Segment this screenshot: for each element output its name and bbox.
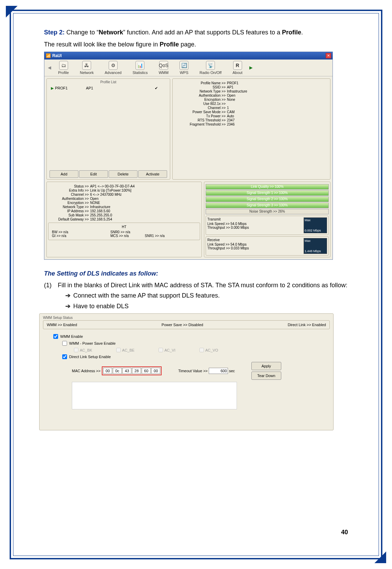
tab-profile[interactable]: 🗂Profile [53,61,74,75]
receive-panel: Receive Link Speed >> 54.0 Mbps Throughp… [206,236,329,256]
raui-title-text: 📶 RaUI [46,53,62,58]
signal-panel: Link Quality >> 100% Signal Strength 1 >… [204,182,330,257]
apply-button[interactable]: Apply [251,362,281,370]
ac-vi[interactable]: AC_VI [159,348,175,352]
mac-0[interactable] [103,368,112,374]
wmm-status-row: WMM >> Enabled Power Save >> Disabled Di… [43,320,330,329]
tx-graph: Max0.002 Mbps [304,217,327,233]
wmm-ps-checkbox[interactable]: WMM - Power Save Enable [62,341,330,346]
wmm-enable-checkbox[interactable]: WMM Enable [53,334,330,339]
profile-list-panel: Profile List ▶ PROF1 AP1 ✔ Add Edit Dele… [46,78,170,180]
edit-button[interactable]: Edit [79,170,108,178]
dls-heading: The Setting of DLS indicates as follow: [44,270,348,277]
signal-icon: ✔ [155,86,158,90]
page-number: 40 [341,529,348,536]
mac-2[interactable] [122,368,131,374]
nav-next-icon[interactable]: ► [248,62,254,74]
profile-row[interactable]: ▶ PROF1 AP1 ✔ [50,85,167,91]
ac-vo[interactable]: AC_VO [199,348,218,352]
raui-titlebar: 📶 RaUI ✕ [44,52,333,60]
step2-line1: Step 2: Change to “Network” function. An… [44,28,348,37]
add-button[interactable]: Add [50,170,78,178]
dls-table [72,382,237,409]
tab-statistics[interactable]: 📊Statistics [127,61,153,75]
tab-about[interactable]: RAbout [227,61,248,75]
mac-4[interactable] [142,368,151,374]
profile-details-panel: Profile Name >>PROF1 SSID >>AP1 Network … [172,78,330,180]
signal1-bar: Signal Strength 1 >> 100% [206,190,329,196]
ac-be[interactable]: AC_BE [116,348,134,352]
close-icon[interactable]: ✕ [326,53,331,58]
delete-button[interactable]: Delete [109,170,138,178]
noise-bar: Noise Strength >> 26% [206,209,329,214]
ac-options: AC_BK AC_BE AC_VI AC_VO [74,348,330,352]
wmm-panel: WMM Setup Status WMM >> Enabled Power Sa… [39,313,334,430]
signal2-bar: Signal Strength 2 >> 100% [206,196,329,202]
dls-item-1: (1) Fill in the blanks of Direct Link wi… [44,280,348,291]
tab-network[interactable]: 🖧Network [74,61,99,75]
activate-button[interactable]: Activate [138,170,167,178]
dls-enable-checkbox[interactable]: Direct Link Setup Enable [62,354,330,359]
link-status-panel: Status >>AP1 <--> 00-03-7F-00-D7-A4 Extr… [46,182,202,257]
arrow-icon: ➔ [65,290,70,301]
mac-label: MAC Address >> [72,369,100,373]
nav-prev-icon[interactable]: ◄ [46,62,53,74]
dls-sub1: ➔Connect with the same AP that support D… [65,290,348,301]
teardown-button[interactable]: Tear Down [251,372,281,380]
tab-wmm[interactable]: QoSWMM [153,61,174,75]
signal3-bar: Signal Strength 3 >> 100% [206,203,329,208]
mac-5[interactable] [151,368,160,374]
mac-3[interactable] [132,368,141,374]
ac-bk[interactable]: AC_BK [74,348,92,352]
rx-graph: Max1.448 Mbps [304,238,327,254]
tab-advanced[interactable]: ⚙Advanced [99,61,127,75]
link-quality-bar: Link Quality >> 100% [206,184,329,190]
arrow-icon: ➔ [65,301,70,312]
timeout-group: Timeout Value >> sec [178,368,235,374]
transmit-panel: Transmit Link Speed >> 54.0 Mbps Through… [206,216,329,235]
step2-line2: The result will look like the below figu… [44,40,348,50]
ht-panel: HT BW >> n/aSNR0 >> n/a GI >> n/aMCS >> … [48,223,200,240]
raui-window: 📶 RaUI ✕ ◄ 🗂Profile 🖧Network ⚙Advanced 📊… [44,52,333,260]
tab-wps[interactable]: 🔄WPS [174,61,194,75]
mac-address-inputs [102,366,162,375]
raui-toolbar: ◄ 🗂Profile 🖧Network ⚙Advanced 📊Statistic… [44,60,333,76]
active-marker-icon: ▶ [51,86,54,90]
tab-radio[interactable]: 📡Radio On/Off [194,61,227,75]
dls-sub2: ➔Have to enable DLS [65,301,348,312]
mac-1[interactable] [113,368,122,374]
timeout-input[interactable] [209,368,228,374]
